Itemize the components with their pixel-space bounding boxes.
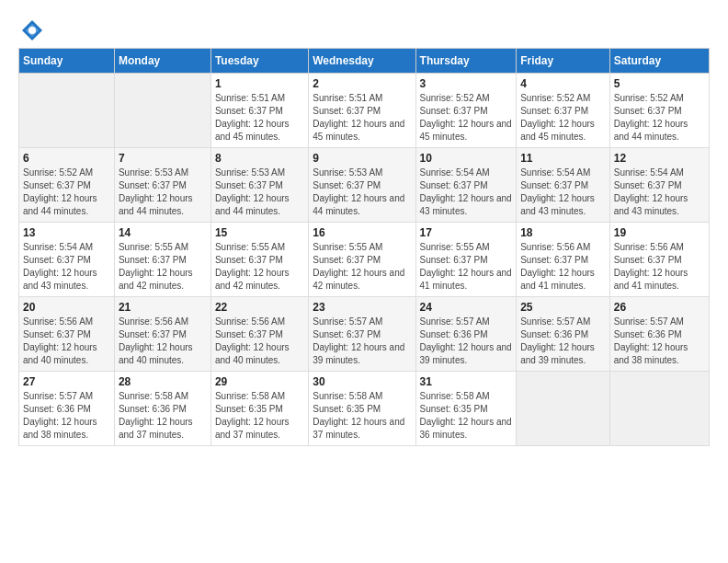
calendar-header-tuesday: Tuesday <box>210 49 308 74</box>
calendar-cell: 28Sunrise: 5:58 AMSunset: 6:36 PMDayligh… <box>114 372 210 446</box>
day-info: Sunrise: 5:56 AMSunset: 6:37 PMDaylight:… <box>119 316 207 367</box>
day-number: 26 <box>614 301 705 314</box>
day-info: Sunrise: 5:58 AMSunset: 6:35 PMDaylight:… <box>215 390 304 442</box>
day-info: Sunrise: 5:56 AMSunset: 6:37 PMDaylight:… <box>23 316 110 367</box>
calendar-cell: 5Sunrise: 5:52 AMSunset: 6:37 PMDaylight… <box>609 74 709 148</box>
calendar-cell: 29Sunrise: 5:58 AMSunset: 6:35 PMDayligh… <box>210 372 308 446</box>
day-info: Sunrise: 5:51 AMSunset: 6:37 PMDaylight:… <box>215 92 304 144</box>
day-number: 28 <box>119 375 207 388</box>
day-info: Sunrise: 5:56 AMSunset: 6:37 PMDaylight:… <box>520 241 606 293</box>
day-info: Sunrise: 5:58 AMSunset: 6:35 PMDaylight:… <box>313 390 411 442</box>
day-number: 29 <box>215 375 304 388</box>
calendar-cell: 21Sunrise: 5:56 AMSunset: 6:37 PMDayligh… <box>114 297 210 372</box>
day-info: Sunrise: 5:56 AMSunset: 6:37 PMDaylight:… <box>215 316 304 367</box>
calendar-week-row: 1Sunrise: 5:51 AMSunset: 6:37 PMDaylight… <box>19 74 710 148</box>
day-info: Sunrise: 5:54 AMSunset: 6:37 PMDaylight:… <box>420 167 513 218</box>
calendar-cell: 15Sunrise: 5:55 AMSunset: 6:37 PMDayligh… <box>210 223 308 297</box>
calendar-header-friday: Friday <box>517 49 610 74</box>
day-number: 9 <box>313 152 411 165</box>
day-info: Sunrise: 5:57 AMSunset: 6:37 PMDaylight:… <box>313 316 411 367</box>
day-number: 23 <box>313 301 411 314</box>
calendar-cell <box>19 74 115 148</box>
day-number: 4 <box>520 77 606 90</box>
calendar-cell: 24Sunrise: 5:57 AMSunset: 6:36 PMDayligh… <box>415 297 517 372</box>
day-info: Sunrise: 5:58 AMSunset: 6:35 PMDaylight:… <box>420 390 513 442</box>
calendar-cell: 11Sunrise: 5:54 AMSunset: 6:37 PMDayligh… <box>517 148 610 223</box>
calendar-header-monday: Monday <box>114 49 210 74</box>
day-number: 30 <box>313 375 411 388</box>
calendar-week-row: 13Sunrise: 5:54 AMSunset: 6:37 PMDayligh… <box>19 223 710 297</box>
calendar-cell: 30Sunrise: 5:58 AMSunset: 6:35 PMDayligh… <box>309 372 415 446</box>
day-number: 25 <box>520 301 606 314</box>
calendar-week-row: 6Sunrise: 5:52 AMSunset: 6:37 PMDaylight… <box>19 148 710 223</box>
day-info: Sunrise: 5:54 AMSunset: 6:37 PMDaylight:… <box>614 167 705 218</box>
day-info: Sunrise: 5:53 AMSunset: 6:37 PMDaylight:… <box>215 167 304 218</box>
calendar-cell: 1Sunrise: 5:51 AMSunset: 6:37 PMDaylight… <box>210 74 308 148</box>
day-number: 19 <box>614 226 705 239</box>
day-number: 17 <box>420 226 513 239</box>
calendar-cell: 22Sunrise: 5:56 AMSunset: 6:37 PMDayligh… <box>210 297 308 372</box>
day-info: Sunrise: 5:57 AMSunset: 6:36 PMDaylight:… <box>520 316 606 367</box>
day-info: Sunrise: 5:55 AMSunset: 6:37 PMDaylight:… <box>420 241 513 293</box>
calendar-cell: 23Sunrise: 5:57 AMSunset: 6:37 PMDayligh… <box>309 297 415 372</box>
calendar-header-thursday: Thursday <box>415 49 517 74</box>
calendar-cell <box>114 74 210 148</box>
calendar-header-saturday: Saturday <box>609 49 709 74</box>
day-number: 8 <box>215 152 304 165</box>
calendar-cell: 19Sunrise: 5:56 AMSunset: 6:37 PMDayligh… <box>609 223 709 297</box>
svg-point-2 <box>28 27 36 34</box>
day-info: Sunrise: 5:58 AMSunset: 6:36 PMDaylight:… <box>119 390 207 442</box>
day-number: 2 <box>313 77 411 90</box>
day-number: 6 <box>23 152 110 165</box>
calendar-header-sunday: Sunday <box>19 49 115 74</box>
day-info: Sunrise: 5:57 AMSunset: 6:36 PMDaylight:… <box>614 316 705 367</box>
day-info: Sunrise: 5:57 AMSunset: 6:36 PMDaylight:… <box>23 390 110 442</box>
calendar-cell: 3Sunrise: 5:52 AMSunset: 6:37 PMDaylight… <box>415 74 517 148</box>
day-number: 5 <box>614 77 705 90</box>
day-info: Sunrise: 5:52 AMSunset: 6:37 PMDaylight:… <box>614 92 705 144</box>
calendar-cell: 8Sunrise: 5:53 AMSunset: 6:37 PMDaylight… <box>210 148 308 223</box>
day-number: 16 <box>313 226 411 239</box>
day-number: 31 <box>420 375 513 388</box>
day-info: Sunrise: 5:56 AMSunset: 6:37 PMDaylight:… <box>614 241 705 293</box>
calendar-table: SundayMondayTuesdayWednesdayThursdayFrid… <box>18 48 710 446</box>
calendar-cell: 14Sunrise: 5:55 AMSunset: 6:37 PMDayligh… <box>114 223 210 297</box>
day-number: 24 <box>420 301 513 314</box>
day-number: 13 <box>23 226 110 239</box>
logo <box>18 18 46 39</box>
calendar-cell: 4Sunrise: 5:52 AMSunset: 6:37 PMDaylight… <box>517 74 610 148</box>
calendar-cell: 17Sunrise: 5:55 AMSunset: 6:37 PMDayligh… <box>415 223 517 297</box>
day-info: Sunrise: 5:53 AMSunset: 6:37 PMDaylight:… <box>313 167 411 218</box>
calendar-cell: 7Sunrise: 5:53 AMSunset: 6:37 PMDaylight… <box>114 148 210 223</box>
day-info: Sunrise: 5:55 AMSunset: 6:37 PMDaylight:… <box>119 241 207 293</box>
day-number: 14 <box>119 226 207 239</box>
day-number: 10 <box>420 152 513 165</box>
calendar-cell <box>609 372 709 446</box>
day-number: 11 <box>520 152 606 165</box>
day-info: Sunrise: 5:57 AMSunset: 6:36 PMDaylight:… <box>420 316 513 367</box>
day-info: Sunrise: 5:53 AMSunset: 6:37 PMDaylight:… <box>119 167 207 218</box>
calendar-header-wednesday: Wednesday <box>309 49 415 74</box>
calendar-cell: 10Sunrise: 5:54 AMSunset: 6:37 PMDayligh… <box>415 148 517 223</box>
calendar-header-row: SundayMondayTuesdayWednesdayThursdayFrid… <box>19 49 710 74</box>
day-number: 12 <box>614 152 705 165</box>
day-number: 1 <box>215 77 304 90</box>
day-info: Sunrise: 5:52 AMSunset: 6:37 PMDaylight:… <box>23 167 110 218</box>
calendar-cell: 25Sunrise: 5:57 AMSunset: 6:36 PMDayligh… <box>517 297 610 372</box>
day-info: Sunrise: 5:54 AMSunset: 6:37 PMDaylight:… <box>23 241 110 293</box>
day-info: Sunrise: 5:52 AMSunset: 6:37 PMDaylight:… <box>520 92 606 144</box>
day-number: 22 <box>215 301 304 314</box>
day-info: Sunrise: 5:52 AMSunset: 6:37 PMDaylight:… <box>420 92 513 144</box>
day-number: 27 <box>23 375 110 388</box>
calendar-cell: 18Sunrise: 5:56 AMSunset: 6:37 PMDayligh… <box>517 223 610 297</box>
day-info: Sunrise: 5:55 AMSunset: 6:37 PMDaylight:… <box>215 241 304 293</box>
calendar-cell: 2Sunrise: 5:51 AMSunset: 6:37 PMDaylight… <box>309 74 415 148</box>
day-number: 7 <box>119 152 207 165</box>
calendar-cell: 13Sunrise: 5:54 AMSunset: 6:37 PMDayligh… <box>19 223 115 297</box>
day-number: 3 <box>420 77 513 90</box>
calendar-cell: 27Sunrise: 5:57 AMSunset: 6:36 PMDayligh… <box>19 372 115 446</box>
day-number: 18 <box>520 226 606 239</box>
day-number: 20 <box>23 301 110 314</box>
day-info: Sunrise: 5:51 AMSunset: 6:37 PMDaylight:… <box>313 92 411 144</box>
calendar-week-row: 20Sunrise: 5:56 AMSunset: 6:37 PMDayligh… <box>19 297 710 372</box>
